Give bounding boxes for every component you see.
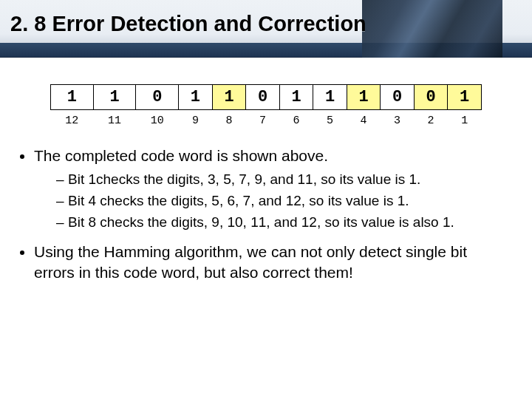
bit-cell: 0 [246, 85, 280, 110]
codeword-bits-row: 1 1 0 1 1 0 1 1 1 0 0 1 [51, 85, 482, 110]
bit-cell: 0 [381, 85, 415, 110]
sub-bullet: Bit 1checks the digits, 3, 5, 7, 9, and … [56, 170, 511, 188]
pos-cell: 2 [414, 110, 448, 129]
codeword-position-row: 12 11 10 9 8 7 6 5 4 3 2 1 [51, 110, 482, 129]
pos-cell: 10 [136, 110, 179, 129]
bit-cell-parity: 1 [448, 85, 482, 110]
pos-cell: 7 [246, 110, 280, 129]
pos-cell: 8 [212, 110, 246, 129]
bit-cell-parity: 1 [347, 85, 381, 110]
sub-bullet: Bit 8 checks the digits, 9, 10, 11, and … [56, 213, 511, 231]
codeword-figure: 1 1 0 1 1 0 1 1 1 0 0 1 12 11 10 9 8 7 6… [50, 84, 482, 129]
pos-cell: 12 [51, 110, 94, 129]
sub-bullet: Bit 4 checks the digits, 5, 6, 7, and 12… [56, 191, 511, 210]
bit-cell: 1 [51, 85, 94, 110]
bit-cell-parity: 0 [414, 85, 448, 110]
decorative-photo [362, 0, 502, 58]
bit-cell: 1 [93, 85, 136, 110]
codeword-table: 1 1 0 1 1 0 1 1 1 0 0 1 12 11 10 9 8 7 6… [50, 84, 482, 129]
pos-cell: 1 [448, 110, 482, 129]
bullet-1-sublist: Bit 1checks the digits, 3, 5, 7, 9, and … [34, 170, 511, 231]
bullet-1: The completed code word is shown above. … [34, 146, 511, 232]
bit-cell: 1 [313, 85, 347, 110]
pos-cell: 4 [347, 110, 381, 129]
bullet-2: Using the Hamming algorithm, we can not … [34, 242, 511, 282]
pos-cell: 5 [313, 110, 347, 129]
bit-cell: 1 [279, 85, 313, 110]
pos-cell: 9 [179, 110, 213, 129]
bit-cell-parity: 1 [212, 85, 246, 110]
bit-cell: 0 [136, 85, 179, 110]
pos-cell: 6 [279, 110, 313, 129]
pos-cell: 11 [93, 110, 136, 129]
pos-cell: 3 [381, 110, 415, 129]
slide-title: 2. 8 Error Detection and Correction [10, 12, 366, 36]
bit-cell: 1 [179, 85, 213, 110]
bullet-1-text: The completed code word is shown above. [34, 147, 328, 164]
slide-header: 2. 8 Error Detection and Correction [0, 0, 532, 58]
slide-body: The completed code word is shown above. … [21, 146, 511, 283]
